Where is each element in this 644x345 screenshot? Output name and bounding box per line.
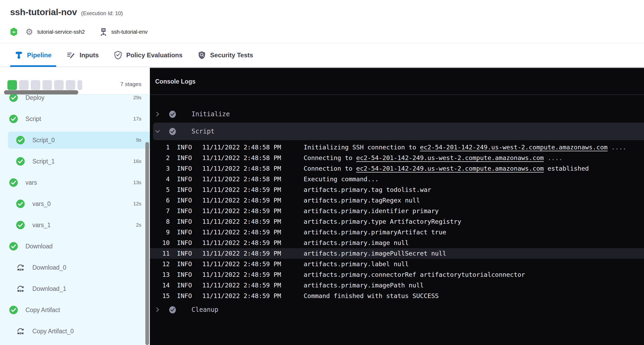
- progress-square: [7, 80, 17, 90]
- log-line: 7INFO11/11/2022 2:48:59 PMartifacts.prim…: [150, 206, 644, 216]
- log-message: Command finished with status SUCCESS: [304, 292, 439, 300]
- stage-row-vars[interactable]: vars13s: [0, 172, 150, 193]
- pipeline-icon: [15, 51, 23, 59]
- log-line-number: 7: [150, 207, 170, 215]
- stage-duration: 16s: [133, 158, 141, 164]
- stage-label: vars: [25, 179, 37, 186]
- log-message: Connection to ec2-54-201-142-249.us-west…: [304, 165, 589, 172]
- log-line: 6INFO11/11/2022 2:48:59 PMartifacts.prim…: [150, 195, 644, 206]
- log-section-cleanup[interactable]: Cleanup: [150, 302, 644, 318]
- stage-label: Script_1: [32, 158, 55, 165]
- stage-row-vars-0[interactable]: vars_012s: [0, 193, 150, 214]
- log-line: 3INFO11/11/2022 2:48:58 PMConnection to …: [150, 163, 644, 174]
- log-message: Initializing SSH connection to ec2-54-20…: [304, 144, 626, 151]
- tab-pipeline[interactable]: Pipeline: [15, 44, 51, 67]
- log-level: INFO: [177, 175, 192, 183]
- log-line: 8INFO11/11/2022 2:48:59 PMartifacts.prim…: [150, 216, 644, 227]
- log-timestamp: 11/11/2022 2:48:58 PM: [202, 154, 281, 162]
- tab-label: Pipeline: [27, 51, 51, 59]
- environment-name[interactable]: ssh-tutorial-env: [111, 29, 148, 35]
- success-check-icon: [9, 305, 18, 314]
- pipeline-execution-page: ssh-tutorial-nov (Execution Id: 10) ∞ ⚙ …: [0, 0, 644, 345]
- log-line-number: 5: [150, 186, 170, 193]
- log-line: 15INFO11/11/2022 2:48:59 PMCommand finis…: [150, 291, 644, 301]
- log-line: 14INFO11/11/2022 2:48:59 PMartifacts.pri…: [150, 280, 644, 291]
- log-host-link[interactable]: ec2-54-201-142-249.us-west-2.compute.ama…: [356, 165, 544, 172]
- progress-square: [31, 80, 40, 90]
- success-check-icon: [9, 178, 18, 187]
- log-message: artifacts.primary.type ArtifactoryRegist…: [304, 218, 461, 225]
- chevron-right-icon[interactable]: [155, 111, 160, 117]
- log-section-title: Initialize: [192, 110, 230, 118]
- policy-shield-check-icon: [114, 51, 122, 60]
- log-level: INFO: [177, 197, 192, 204]
- console-title: Console Logs: [155, 78, 195, 85]
- log-timestamp: 11/11/2022 2:48:59 PM: [202, 207, 281, 215]
- stage-row-vars-1[interactable]: vars_12s: [0, 214, 150, 236]
- log-host-link[interactable]: ec2-54-201-142-249.us-west-2.compute.ama…: [420, 144, 607, 151]
- tab-policy-evaluations[interactable]: Policy Evaluations: [114, 44, 182, 67]
- log-message: artifacts.primary.imagePullSecret null: [304, 250, 446, 257]
- stage-row-script-0[interactable]: Script_09s: [0, 130, 150, 151]
- stage-label: Copy Artifact_0: [32, 328, 74, 335]
- log-section-script[interactable]: Script: [153, 123, 644, 140]
- log-line-number: 14: [150, 282, 170, 289]
- vertical-scrollbar[interactable]: [145, 142, 149, 345]
- stage-row-download-0[interactable]: Download_0: [0, 257, 150, 278]
- log-line-number: 3: [150, 165, 170, 172]
- tab-label: Inputs: [80, 51, 99, 59]
- stage-count-label: 7 stages: [120, 81, 141, 87]
- tab-inputs[interactable]: Inputs: [67, 44, 99, 67]
- log-line-number: 12: [150, 260, 170, 268]
- log-line: 1INFO11/11/2022 2:48:58 PMInitializing S…: [150, 142, 644, 153]
- stage-row-copy-artifact-0[interactable]: Copy Artifact_0: [0, 321, 150, 342]
- log-timestamp: 11/11/2022 2:48:58 PM: [202, 165, 281, 172]
- stage-row-copy-artifact[interactable]: Copy Artifact: [0, 299, 150, 321]
- log-line: 11INFO11/11/2022 2:48:59 PMartifacts.pri…: [150, 248, 644, 259]
- log-line: 5INFO11/11/2022 2:48:59 PMartifacts.prim…: [150, 184, 644, 195]
- log-section-title: Script: [192, 128, 215, 135]
- log-line: 13INFO11/11/2022 2:48:59 PMartifacts.pri…: [150, 269, 644, 280]
- log-message-suffix: ....: [608, 144, 626, 151]
- log-timestamp: 11/11/2022 2:48:59 PM: [202, 218, 281, 225]
- stage-row-script-1[interactable]: Script_116s: [0, 151, 150, 172]
- log-line-number: 11: [150, 250, 170, 257]
- stages-sidebar: 7 stages Deploy29sScript17sScript_09sScr…: [0, 68, 150, 345]
- log-level: INFO: [177, 292, 192, 300]
- log-timestamp: 11/11/2022 2:48:59 PM: [202, 282, 281, 289]
- log-section-initialize[interactable]: Initialize: [150, 106, 644, 123]
- log-level: INFO: [177, 260, 192, 268]
- inputs-icon: [67, 51, 75, 59]
- log-message: artifacts.primary.tagRegex null: [304, 197, 420, 204]
- chevron-right-icon[interactable]: [155, 307, 160, 313]
- service-name[interactable]: tutorial-service-ssh2: [37, 29, 85, 35]
- tab-security-tests[interactable]: Security Tests: [198, 44, 253, 67]
- stage-duration: 29s: [133, 95, 141, 101]
- step-group-icon: [16, 284, 25, 293]
- log-host-link[interactable]: ec2-54-201-142-249.us-west-2.compute.ama…: [356, 154, 544, 162]
- log-message: artifacts.primary.identifier primary: [304, 207, 439, 215]
- stage-duration: 9s: [136, 137, 141, 143]
- execution-tabs: Pipeline Inputs Policy Evaluations Secur…: [0, 44, 644, 67]
- stage-row-deploy[interactable]: Deploy29s: [0, 94, 150, 108]
- horizontal-scrollbar[interactable]: [4, 90, 78, 94]
- chevron-down-icon[interactable]: [155, 128, 160, 134]
- log-level: INFO: [177, 228, 192, 236]
- success-check-icon: [16, 199, 25, 208]
- environment-icon: [99, 27, 108, 36]
- stage-row-download[interactable]: Download: [0, 236, 150, 257]
- log-message: artifacts.primary.label null: [304, 260, 409, 268]
- log-message: Connecting to ec2-54-201-142-249.us-west…: [304, 154, 563, 162]
- stage-row-download-1[interactable]: Download_1: [0, 278, 150, 299]
- stage-duration: 12s: [133, 201, 141, 207]
- log-timestamp: 11/11/2022 2:48:59 PM: [202, 260, 281, 268]
- log-line: 12INFO11/11/2022 2:48:59 PMartifacts.pri…: [150, 259, 644, 269]
- log-level: INFO: [177, 144, 192, 151]
- execution-id-label: (Execution Id: 10): [81, 10, 123, 16]
- stage-row-script[interactable]: Script17s: [0, 108, 150, 130]
- log-message: artifacts.primary.connectorRef artifacto…: [304, 271, 525, 278]
- log-line-number: 6: [150, 197, 170, 204]
- log-line-number: 1: [150, 144, 170, 151]
- log-message: artifacts.primary.imagePath null: [304, 282, 424, 289]
- log-level: INFO: [177, 239, 192, 247]
